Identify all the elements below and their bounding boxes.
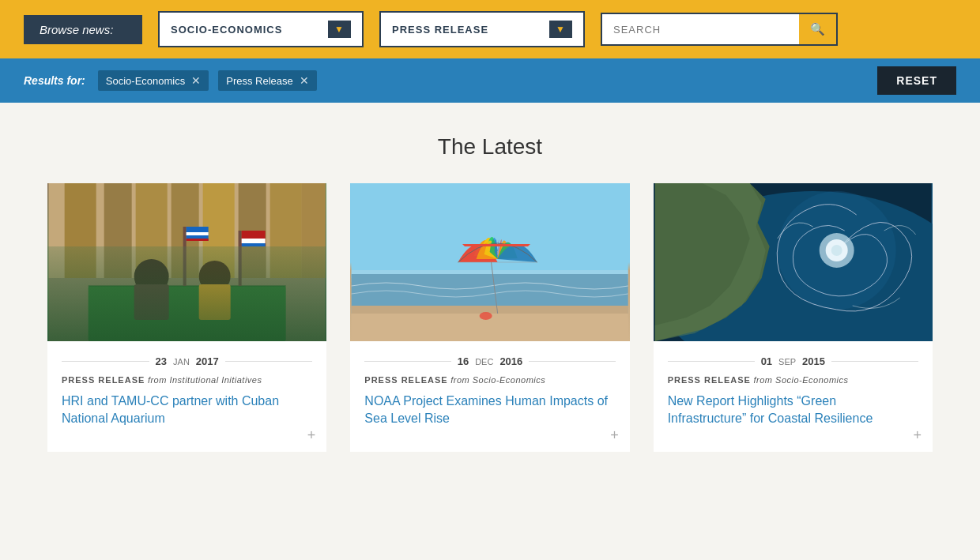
- card-3-source: from Socio-Economics: [754, 375, 849, 385]
- search-bar: 🔍: [601, 13, 838, 46]
- main-content: The Latest: [0, 103, 980, 499]
- card-2-source: from Socio-Economics: [450, 375, 545, 385]
- filter-bar: Results for: Socio-Economics ✕ Press Rel…: [0, 58, 980, 103]
- card-2-year: 2016: [499, 355, 522, 367]
- card-3-title[interactable]: New Report Highlights “Green Infrastruct…: [668, 393, 918, 428]
- svg-rect-24: [352, 183, 628, 278]
- svg-rect-18: [242, 239, 266, 243]
- filter-left: Results for: Socio-Economics ✕ Press Rel…: [24, 70, 317, 91]
- svg-rect-19: [242, 243, 266, 246]
- svg-rect-23: [187, 239, 209, 241]
- news-card-1: 23 JAN 2017 PRESS RELEASE from Instituti…: [47, 183, 326, 452]
- type-dropdown-chevron-icon: ▼: [549, 21, 572, 38]
- card-3-month: SEP: [778, 357, 796, 366]
- svg-rect-15: [199, 284, 231, 320]
- card-1-month: JAN: [173, 357, 190, 366]
- svg-point-31: [480, 312, 492, 320]
- card-2-date: 16 DEC 2016: [364, 355, 615, 367]
- svg-point-12: [134, 259, 169, 294]
- card-2-type-label: PRESS RELEASE: [364, 375, 447, 385]
- svg-rect-10: [89, 286, 286, 341]
- svg-rect-16: [239, 231, 242, 286]
- svg-rect-2: [65, 183, 96, 278]
- svg-rect-22: [187, 232, 209, 235]
- card-3-body: 01 SEP 2015 PRESS RELEASE from Socio-Eco…: [654, 341, 933, 452]
- type-dropdown[interactable]: PRESS RELEASE ▼: [379, 11, 585, 47]
- section-title: The Latest: [47, 134, 933, 160]
- card-2-body: 16 DEC 2016 PRESS RELEASE from Socio-Eco…: [350, 341, 629, 452]
- reset-button[interactable]: RESET: [877, 66, 956, 95]
- filter-tag-socio-close[interactable]: ✕: [191, 74, 201, 87]
- card-3-type-label: PRESS RELEASE: [668, 375, 751, 385]
- svg-rect-8: [270, 183, 302, 278]
- filter-tag-press-release: Press Release ✕: [218, 70, 317, 91]
- card-1-type-label: PRESS RELEASE: [62, 375, 145, 385]
- card-3-year: 2015: [802, 355, 825, 367]
- card-2-month: DEC: [475, 357, 493, 366]
- filter-tag-socio-economics: Socio-Economics ✕: [98, 70, 209, 91]
- svg-rect-20: [183, 227, 187, 286]
- card-1-source: from Institutional Initiatives: [148, 375, 262, 385]
- card-2-image: [350, 183, 629, 341]
- card-1-plus-icon[interactable]: +: [307, 427, 316, 444]
- card-1-image: [47, 183, 326, 341]
- card-3-image: [654, 183, 933, 341]
- category-dropdown[interactable]: SOCIO-ECONOMICS ▼: [158, 11, 364, 47]
- category-dropdown-chevron-icon: ▼: [328, 21, 351, 38]
- card-2-plus-icon[interactable]: +: [610, 427, 619, 444]
- svg-rect-28: [352, 306, 628, 314]
- card-2-title[interactable]: NOAA Project Examines Human Impacts of S…: [364, 393, 615, 428]
- top-bar: Browse news: SOCIO-ECONOMICS ▼ PRESS REL…: [0, 0, 980, 58]
- search-button[interactable]: 🔍: [799, 14, 836, 44]
- svg-rect-9: [302, 183, 326, 278]
- svg-rect-3: [104, 183, 132, 278]
- card-3-date: 01 SEP 2015: [668, 355, 918, 367]
- news-card-2: 16 DEC 2016 PRESS RELEASE from Socio-Eco…: [350, 183, 629, 452]
- card-2-day: 16: [458, 355, 469, 367]
- filter-tag-socio-label: Socio-Economics: [106, 75, 185, 87]
- svg-point-14: [199, 261, 231, 292]
- news-card-3: 01 SEP 2015 PRESS RELEASE from Socio-Eco…: [654, 183, 933, 452]
- filter-tag-press-label: Press Release: [226, 75, 293, 87]
- svg-rect-13: [134, 284, 169, 320]
- svg-rect-4: [136, 183, 168, 278]
- card-3-plus-icon[interactable]: +: [913, 427, 922, 444]
- card-3-day: 01: [761, 355, 772, 367]
- cards-grid: 23 JAN 2017 PRESS RELEASE from Instituti…: [47, 183, 933, 452]
- browse-label: Browse news:: [24, 15, 142, 44]
- card-1-meta: PRESS RELEASE from Institutional Initiat…: [62, 375, 312, 385]
- type-dropdown-label: PRESS RELEASE: [392, 24, 488, 36]
- card-1-date: 23 JAN 2017: [62, 355, 312, 367]
- category-dropdown-label: SOCIO-ECONOMICS: [171, 24, 282, 36]
- card-3-meta: PRESS RELEASE from Socio-Economics: [668, 375, 918, 385]
- svg-point-37: [831, 245, 842, 256]
- search-input[interactable]: [602, 16, 799, 43]
- results-label: Results for:: [24, 74, 85, 87]
- card-1-day: 23: [156, 355, 167, 367]
- card-1-year: 2017: [196, 355, 219, 367]
- card-1-title[interactable]: HRI and TAMU-CC partner with Cuban Natio…: [62, 393, 312, 428]
- card-2-meta: PRESS RELEASE from Socio-Economics: [364, 375, 615, 385]
- card-1-body: 23 JAN 2017 PRESS RELEASE from Instituti…: [47, 341, 326, 452]
- filter-tag-press-close[interactable]: ✕: [300, 74, 309, 87]
